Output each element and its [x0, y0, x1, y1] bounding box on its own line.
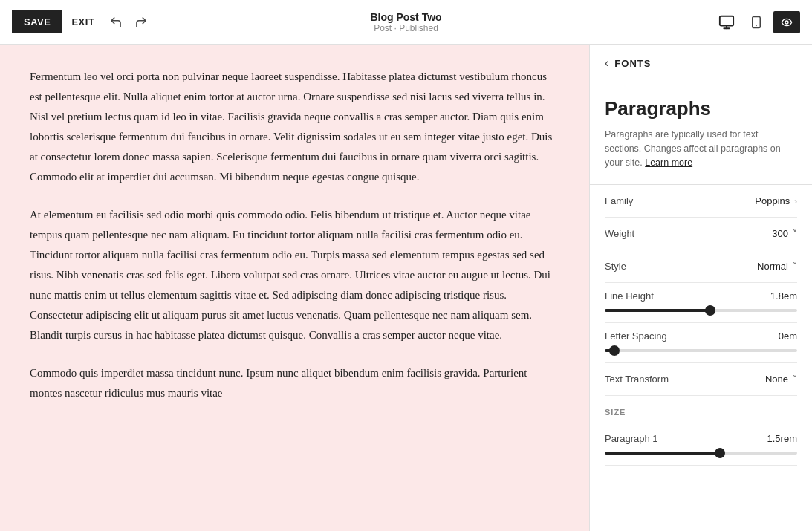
weight-dropdown-icon: ˅ — [793, 229, 797, 239]
letter-spacing-row: Letter Spacing 0em — [605, 323, 797, 363]
panel-title: Paragraphs — [605, 97, 797, 120]
line-height-value: 1.8em — [770, 290, 797, 302]
size-section-label: SIZE — [605, 408, 797, 417]
family-row: Family Poppins › — [605, 185, 797, 218]
document-title: Blog Post Two — [370, 11, 441, 23]
family-chevron-icon: › — [794, 197, 797, 206]
desktop-view-button[interactable] — [714, 10, 739, 35]
weight-value-group[interactable]: 300 ˅ — [772, 228, 797, 239]
editor-content: Fermentum leo vel orci porta non pulvina… — [30, 67, 559, 403]
learn-more-link[interactable]: Learn more — [645, 157, 692, 168]
text-transform-dropdown-icon: ˅ — [793, 374, 797, 385]
editor-area[interactable]: Fermentum leo vel orci porta non pulvina… — [0, 45, 589, 531]
main-content: Fermentum leo vel orci porta non pulvina… — [0, 45, 812, 531]
text-transform-label: Text Transform — [605, 374, 669, 385]
panel-body: Paragraphs Paragraphs are typically used… — [590, 82, 812, 480]
text-transform-row: Text Transform None ˅ — [605, 363, 797, 396]
style-value-group[interactable]: Normal ˅ — [757, 261, 797, 272]
fonts-header-label: FONTS — [614, 58, 651, 69]
document-info: Blog Post Two Post · Published — [370, 11, 441, 33]
line-height-row: Line Height 1.8em — [605, 283, 797, 323]
save-button[interactable]: SAVE — [12, 10, 62, 33]
text-transform-value-group[interactable]: None ˅ — [765, 374, 797, 385]
topbar: SAVE EXIT Blog Post Two Post · Published — [0, 0, 812, 45]
letter-spacing-value: 0em — [779, 330, 797, 342]
letter-spacing-label: Letter Spacing — [605, 330, 667, 342]
style-row: Style Normal ˅ — [605, 250, 797, 283]
svg-rect-0 — [720, 16, 733, 25]
undo-button[interactable] — [106, 13, 126, 32]
fonts-header: ‹ FONTS — [590, 45, 812, 82]
text-transform-value: None — [765, 374, 788, 385]
line-height-label: Line Height — [605, 290, 654, 302]
back-arrow-icon[interactable]: ‹ — [605, 56, 608, 70]
line-height-slider[interactable] — [605, 309, 797, 312]
family-label: Family — [605, 195, 633, 206]
weight-row: Weight 300 ˅ — [605, 218, 797, 250]
paragraph1-row: Paragraph 1 1.5rem — [605, 426, 797, 466]
document-subtitle: Post · Published — [370, 23, 441, 33]
editor-paragraph-1: Fermentum leo vel orci porta non pulvina… — [30, 67, 559, 187]
size-section: SIZE Paragraph 1 1.5rem — [605, 396, 797, 466]
panel-description: Paragraphs are typically used for text s… — [605, 128, 797, 169]
family-value: Poppins — [755, 195, 790, 206]
editor-paragraph-3: Commodo quis imperdiet massa tincidunt n… — [30, 363, 559, 403]
letter-spacing-slider[interactable] — [605, 349, 797, 352]
right-panel: ‹ FONTS Paragraphs Paragraphs are typica… — [589, 45, 812, 531]
paragraph1-slider[interactable] — [605, 452, 797, 455]
editor-paragraph-2: At elementum eu facilisis sed odio morbi… — [30, 205, 559, 345]
paragraph1-label: Paragraph 1 — [605, 433, 658, 444]
exit-button[interactable]: EXIT — [71, 16, 94, 27]
family-value-group[interactable]: Poppins › — [755, 195, 797, 206]
svg-point-5 — [785, 21, 788, 24]
style-value: Normal — [757, 261, 788, 272]
redo-button[interactable] — [131, 13, 151, 32]
paragraph1-value: 1.5rem — [767, 433, 797, 444]
style-label: Style — [605, 261, 626, 272]
mobile-view-button[interactable] — [745, 10, 767, 35]
design-mode-button[interactable] — [773, 11, 800, 33]
weight-value: 300 — [772, 228, 788, 239]
style-dropdown-icon: ˅ — [793, 261, 797, 272]
weight-label: Weight — [605, 228, 634, 239]
